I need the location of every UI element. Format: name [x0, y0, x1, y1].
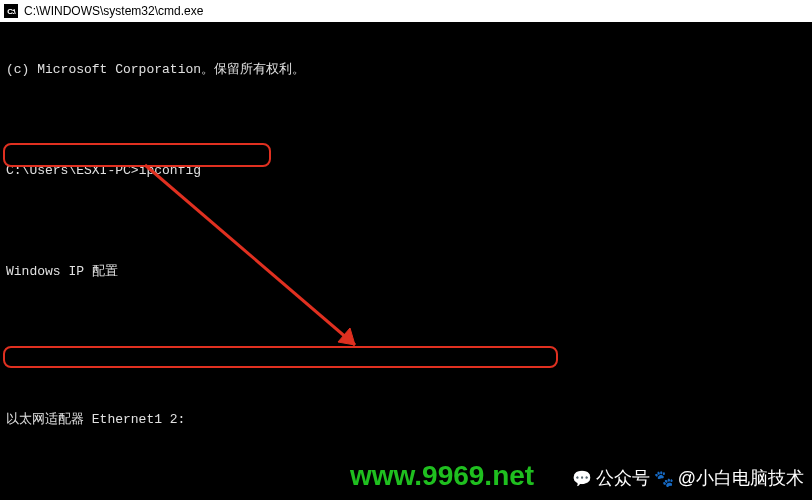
typed-command: ipconfig [139, 162, 201, 180]
wechat-icon: 💬 [572, 469, 592, 488]
cmd-icon: C:\ [4, 4, 18, 18]
paw-icon: 🐾 [654, 469, 674, 488]
terminal-output: (c) Microsoft Corporation。保留所有权利。 C:\Use… [0, 22, 812, 500]
window-titlebar: C:\ C:\WINDOWS\system32\cmd.exe [0, 0, 812, 22]
adapter1-title: 以太网适配器 Ethernet1 2: [6, 411, 806, 429]
prompt-line-1: C:\Users\ESXI-PC>ipconfig [6, 162, 806, 180]
ipconfig-header: Windows IP 配置 [6, 263, 806, 281]
copyright-line: (c) Microsoft Corporation。保留所有权利。 [6, 61, 806, 79]
watermark-author: 💬 公众号 🐾 @小白电脑技术 [572, 466, 804, 490]
window-title: C:\WINDOWS\system32\cmd.exe [24, 4, 203, 18]
watermark-url: www.9969.net [350, 460, 534, 492]
